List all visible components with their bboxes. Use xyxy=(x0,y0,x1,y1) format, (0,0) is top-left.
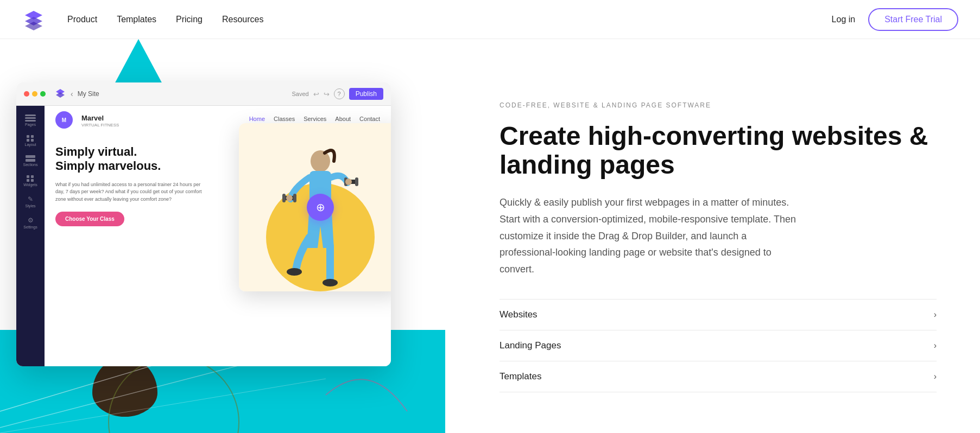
nav-item-templates[interactable]: Templates xyxy=(117,15,156,24)
eyebrow-text: CODE-FREE, WEBSITE & LANDING PAGE SOFTWA… xyxy=(500,101,937,109)
sidebar-label-settings: Settings xyxy=(23,225,37,229)
chevron-right-icon: › xyxy=(934,310,937,320)
preview-logo: M xyxy=(55,111,73,129)
navbar-right: Log in Start Free Trial xyxy=(832,8,958,31)
browser-mockup: ‹ My Site Saved ↩ ↪ ? Publish xyxy=(16,82,391,366)
start-trial-button[interactable]: Start Free Trial xyxy=(868,8,958,31)
chevron-right-icon: › xyxy=(934,372,937,381)
redo-icon: ↪ xyxy=(324,90,330,98)
browser-site-name: My Site xyxy=(78,90,283,98)
browser-sidebar: Pages Layout xyxy=(16,106,45,366)
browser-bar: ‹ My Site Saved ↩ ↪ ? Publish xyxy=(16,82,391,106)
sidebar-label-styles: Styles xyxy=(25,204,35,208)
browser-toolbar: ‹ My Site xyxy=(51,88,286,100)
chevron-right-icon: › xyxy=(934,341,937,351)
nav-item-product[interactable]: Product xyxy=(67,15,97,24)
preview-cta-button[interactable]: Choose Your Class xyxy=(55,212,124,226)
sidebar-item-layout[interactable]: Layout xyxy=(20,132,41,150)
feature-link-websites[interactable]: Websites › xyxy=(500,299,937,330)
main-content: ‹ My Site Saved ↩ ↪ ? Publish xyxy=(0,39,980,433)
preview-hero-desc: What if you had unlimited access to a pe… xyxy=(55,181,206,203)
right-section: CODE-FREE, WEBSITE & LANDING PAGE SOFTWA… xyxy=(445,39,980,433)
nav-item-resources[interactable]: Resources xyxy=(222,15,263,24)
dot-yellow xyxy=(32,91,37,97)
logo-icon xyxy=(22,8,46,31)
nav-item-pricing[interactable]: Pricing xyxy=(176,15,203,24)
saved-status: Saved xyxy=(292,91,308,97)
browser-actions: Saved ↩ ↪ ? Publish xyxy=(292,88,383,100)
svg-point-18 xyxy=(286,195,293,201)
floating-card: ⊕ xyxy=(239,123,391,291)
logo[interactable] xyxy=(22,8,46,31)
svg-point-20 xyxy=(287,268,302,276)
browser-content: Pages Layout xyxy=(16,106,391,366)
svg-rect-14 xyxy=(293,194,296,202)
preview-hero-title: Simply virtual. Simply marvelous. xyxy=(55,145,206,174)
svg-point-19 xyxy=(345,179,352,185)
left-section: ‹ My Site Saved ↩ ↪ ? Publish xyxy=(0,39,445,433)
feature-link-landing-pages-label: Landing Pages xyxy=(500,340,561,351)
browser-logo-icon xyxy=(54,88,66,100)
feature-link-templates-label: Templates xyxy=(500,371,541,382)
pencil-icon: ✎ xyxy=(28,195,33,203)
feature-link-websites-label: Websites xyxy=(500,309,538,320)
svg-rect-17 xyxy=(355,177,358,186)
floating-card-inner: ⊕ xyxy=(239,123,391,291)
navbar: Product Templates Pricing Resources Log … xyxy=(0,0,980,39)
preview-hero-text: Simply virtual. Simply marvelous. What i… xyxy=(55,145,206,226)
sidebar-label-pages: Pages xyxy=(25,123,36,126)
hero-description: Quickly & easily publish your first webp… xyxy=(500,194,804,277)
browser-dots xyxy=(24,91,46,97)
sidebar-item-pages[interactable]: Pages xyxy=(20,111,41,130)
svg-rect-13 xyxy=(282,194,286,202)
undo-icon: ↩ xyxy=(313,90,319,98)
publish-button[interactable]: Publish xyxy=(349,88,383,100)
feature-link-landing-pages[interactable]: Landing Pages › xyxy=(500,330,937,361)
browser-back-arrow: ‹ xyxy=(71,90,73,98)
gear-icon: ⚙ xyxy=(28,217,34,224)
dot-green xyxy=(40,91,46,97)
feature-links: Websites › Landing Pages › Templates › xyxy=(500,299,937,392)
dot-red xyxy=(24,91,29,97)
sidebar-item-sections[interactable]: Sections xyxy=(20,152,41,170)
website-preview: M Marvel VIRTUAL FITNESS Home Classes Se… xyxy=(45,106,391,366)
nav-menu: Product Templates Pricing Resources xyxy=(67,15,832,24)
preview-brand-name: Marvel xyxy=(81,114,104,122)
preview-brand-sub: VIRTUAL FITNESS xyxy=(81,123,119,128)
sidebar-item-styles[interactable]: ✎ Styles xyxy=(20,192,41,211)
sidebar-label-widgets: Widgets xyxy=(23,183,37,187)
login-link[interactable]: Log in xyxy=(832,15,856,24)
help-icon[interactable]: ? xyxy=(334,88,345,99)
preview-brand: Marvel VIRTUAL FITNESS xyxy=(81,113,119,128)
hero-title: Create high-converting websites & landin… xyxy=(500,122,937,180)
preview-hero: Simply virtual. Simply marvelous. What i… xyxy=(45,134,391,226)
svg-marker-9 xyxy=(56,92,65,98)
sidebar-item-widgets[interactable]: Widgets xyxy=(20,172,41,190)
sidebar-label-layout: Layout xyxy=(24,143,36,147)
sidebar-label-sections: Sections xyxy=(23,163,38,167)
sidebar-item-settings[interactable]: ⚙ Settings xyxy=(20,213,41,232)
svg-point-21 xyxy=(323,279,338,286)
feature-link-templates[interactable]: Templates › xyxy=(500,361,937,392)
drag-handle[interactable]: ⊕ xyxy=(307,194,334,221)
svg-point-10 xyxy=(311,150,330,172)
